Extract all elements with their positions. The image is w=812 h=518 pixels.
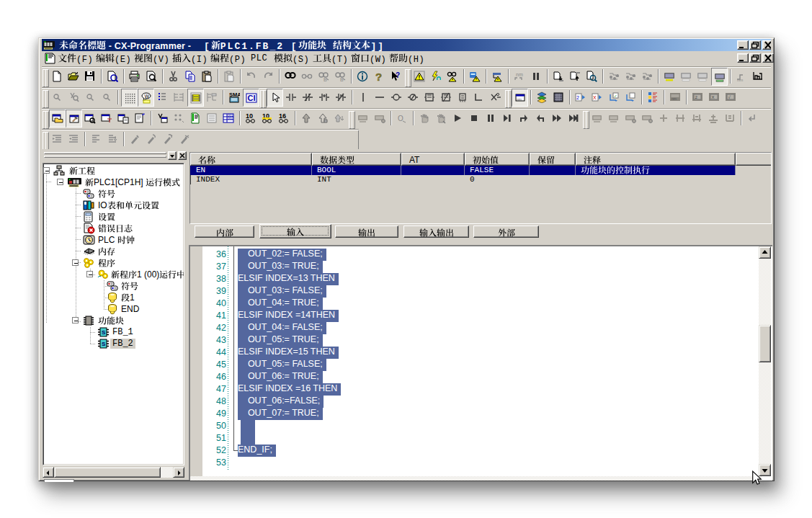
- svg-text:B: B: [324, 77, 327, 82]
- svg-text:nm: nm: [672, 97, 677, 101]
- svg-text:X: X: [712, 95, 715, 99]
- svg-text:002: 002: [228, 117, 233, 120]
- svg-text:2: 2: [576, 95, 579, 100]
- svg-text:W: W: [145, 94, 150, 99]
- svg-text:?: ?: [396, 71, 400, 79]
- svg-text:✓: ✓: [614, 94, 617, 98]
- svg-text:O: O: [398, 115, 403, 122]
- svg-text:X: X: [593, 95, 597, 100]
- svg-text:S: S: [102, 329, 106, 336]
- svg-text:?: ?: [375, 71, 382, 82]
- svg-text:B: B: [340, 77, 344, 82]
- svg-text:nm: nm: [516, 72, 523, 77]
- svg-text:S: S: [102, 341, 106, 347]
- svg-text:CI: CI: [248, 94, 256, 102]
- svg-text:nm: nm: [737, 78, 743, 82]
- svg-text:nm: nm: [517, 97, 522, 102]
- svg-text:10: 10: [246, 112, 253, 120]
- svg-text:16: 16: [279, 112, 286, 120]
